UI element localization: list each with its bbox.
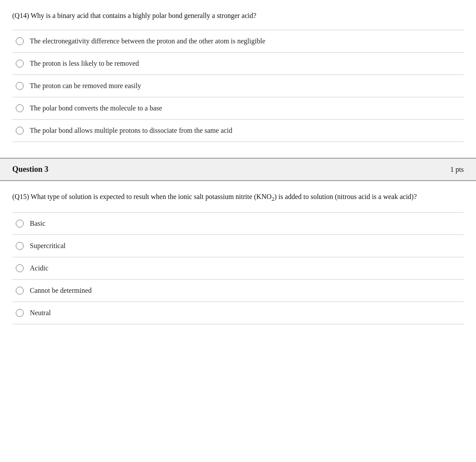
radio-2-1[interactable] [16, 37, 24, 45]
radio-3-5[interactable] [16, 309, 24, 317]
option-3-3[interactable]: Acidic [12, 257, 464, 280]
option-3-3-label: Acidic [30, 264, 49, 272]
radio-3-4[interactable] [16, 287, 24, 295]
radio-2-4[interactable] [16, 104, 24, 112]
question-3-block: (Q15) What type of solution is expected … [0, 181, 476, 324]
question-3-options: Basic Supercritical Acidic Cannot be det… [12, 212, 464, 324]
option-2-1-label: The electronegativity difference between… [30, 37, 265, 45]
option-3-5-label: Neutral [30, 309, 51, 317]
option-2-1[interactable]: The electronegativity difference between… [12, 30, 464, 53]
option-2-4-label: The polar bond converts the molecule to … [30, 104, 162, 112]
question-3-title: Question 3 [12, 165, 49, 174]
question-3-text-part1: (Q15) What type of solution is expected … [12, 193, 271, 200]
option-3-1[interactable]: Basic [12, 213, 464, 235]
option-3-2[interactable]: Supercritical [12, 235, 464, 257]
question-3-pts: 1 pts [450, 166, 464, 174]
option-2-5-label: The polar bond allows multiple protons t… [30, 127, 233, 135]
radio-3-2[interactable] [16, 242, 24, 250]
radio-2-5[interactable] [16, 127, 24, 135]
question-2-options: The electronegativity difference between… [12, 30, 464, 142]
radio-3-1[interactable] [16, 220, 24, 227]
question-3-header: Question 3 1 pts [0, 158, 476, 181]
option-2-2-label: The proton is less likely to be removed [30, 60, 139, 68]
option-2-3-label: The proton can be removed more easily [30, 82, 141, 90]
option-2-2[interactable]: The proton is less likely to be removed [12, 53, 464, 75]
question-2-text: (Q14) Why is a binary acid that contains… [12, 11, 464, 21]
radio-3-3[interactable] [16, 264, 24, 272]
option-2-3[interactable]: The proton can be removed more easily [12, 75, 464, 97]
question-3-text: (Q15) What type of solution is expected … [12, 192, 464, 203]
option-2-5[interactable]: The polar bond allows multiple protons t… [12, 120, 464, 142]
option-3-2-label: Supercritical [30, 242, 66, 250]
option-3-4[interactable]: Cannot be determined [12, 280, 464, 302]
radio-2-3[interactable] [16, 82, 24, 90]
question-3-text-part2: ) is added to solution (nitrous acid is … [275, 193, 417, 200]
radio-2-2[interactable] [16, 60, 24, 68]
option-3-4-label: Cannot be determined [30, 287, 92, 295]
question-2-block: (Q14) Why is a binary acid that contains… [0, 0, 476, 142]
option-2-4[interactable]: The polar bond converts the molecule to … [12, 97, 464, 120]
option-3-1-label: Basic [30, 220, 46, 227]
option-3-5[interactable]: Neutral [12, 302, 464, 324]
